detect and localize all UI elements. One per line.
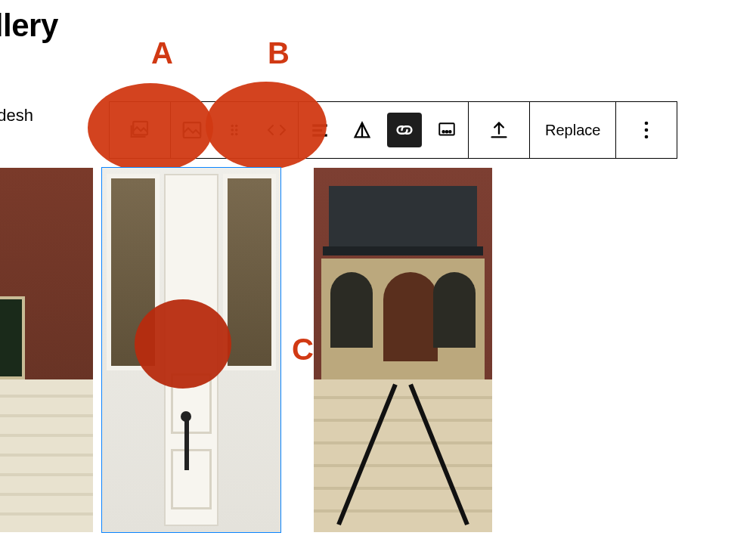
svg-point-17 xyxy=(645,129,649,132)
image-detail xyxy=(171,449,212,509)
svg-point-13 xyxy=(442,131,445,133)
image-detail xyxy=(184,417,189,470)
image-detail xyxy=(107,174,160,370)
svg-point-14 xyxy=(446,131,448,133)
upload-icon xyxy=(488,119,510,141)
image-detail xyxy=(171,373,212,434)
toolbar-group-parent xyxy=(109,101,171,159)
svg-point-6 xyxy=(231,133,234,136)
svg-point-16 xyxy=(645,122,649,125)
image-detail xyxy=(0,296,25,379)
svg-point-5 xyxy=(235,129,238,132)
image-detail xyxy=(223,174,276,370)
svg-point-3 xyxy=(235,125,238,128)
svg-point-15 xyxy=(449,131,451,133)
replace-button[interactable]: Replace xyxy=(530,102,615,158)
toolbar-group-replace: Replace xyxy=(529,101,616,159)
svg-rect-9 xyxy=(312,129,322,132)
svg-point-18 xyxy=(645,135,649,139)
move-button[interactable] xyxy=(256,102,298,158)
svg-rect-10 xyxy=(312,134,327,136)
image-icon xyxy=(181,119,203,141)
subtitle-text: en slidesh xyxy=(0,106,33,125)
image-detail xyxy=(102,168,280,532)
annotation-letter-b: B xyxy=(268,36,290,70)
drag-handle-icon xyxy=(226,122,243,138)
image-detail xyxy=(314,379,492,532)
svg-point-4 xyxy=(231,129,234,132)
svg-point-7 xyxy=(235,133,238,136)
gallery-icon xyxy=(129,119,151,141)
svg-rect-8 xyxy=(312,124,327,126)
change-alignment-icon xyxy=(352,119,373,141)
caption-icon xyxy=(437,120,457,140)
gallery-image-selected[interactable] xyxy=(102,168,280,532)
image-detail xyxy=(0,379,93,532)
align-button[interactable] xyxy=(299,102,341,158)
more-options-icon xyxy=(643,120,649,140)
image-detail xyxy=(181,411,191,422)
gallery-block-button[interactable] xyxy=(110,102,170,158)
toolbar-group-format xyxy=(298,101,469,159)
page-title: allery xyxy=(0,8,58,44)
image-detail xyxy=(433,272,476,348)
annotation-letter-a: A xyxy=(151,36,173,70)
more-options-button[interactable] xyxy=(616,102,677,158)
drag-handle-button[interactable] xyxy=(213,102,256,158)
move-arrows-icon xyxy=(265,121,288,139)
toolbar-group-upload xyxy=(468,101,530,159)
svg-point-2 xyxy=(231,125,234,128)
toolbar-group-block xyxy=(170,101,299,159)
gallery-image[interactable] xyxy=(0,168,93,532)
align-icon xyxy=(310,120,330,140)
replace-label: Replace xyxy=(545,122,600,139)
image-detail xyxy=(329,186,477,246)
image-detail xyxy=(164,174,218,526)
change-alignment-button[interactable] xyxy=(341,102,383,158)
image-detail xyxy=(321,259,485,386)
caption-button[interactable] xyxy=(426,102,468,158)
annotation-letter-c: C xyxy=(292,333,314,367)
image-detail xyxy=(330,272,373,348)
gallery-image[interactable] xyxy=(314,168,492,532)
upload-button[interactable] xyxy=(469,102,529,158)
block-toolbar: Replace xyxy=(109,101,677,159)
link-icon xyxy=(387,113,422,147)
image-detail xyxy=(383,272,438,361)
link-button[interactable] xyxy=(383,102,426,158)
toolbar-group-more xyxy=(615,101,677,159)
image-block-button[interactable] xyxy=(171,102,213,158)
